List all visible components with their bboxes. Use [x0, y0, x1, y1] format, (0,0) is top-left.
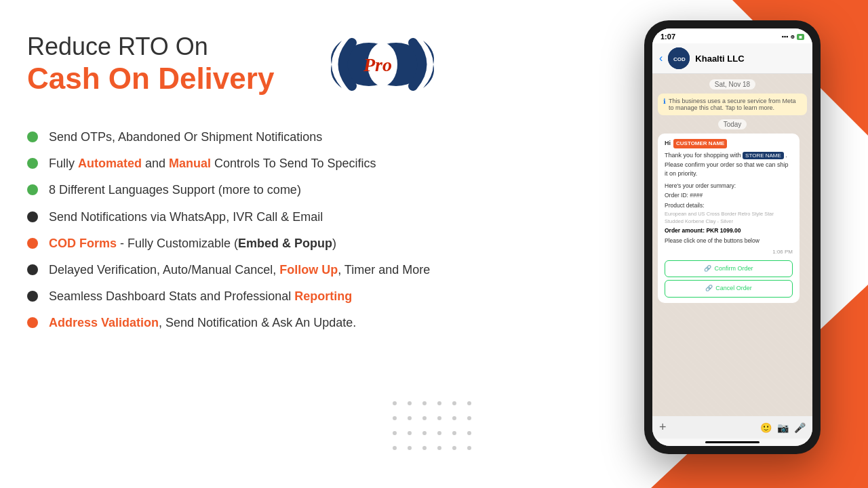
bullet-1 — [27, 131, 38, 142]
battery-icon: ■ — [797, 34, 804, 40]
svg-text:Pro: Pro — [363, 54, 392, 75]
feature-text-4: Send Notifications via WhatsApp, IVR Cal… — [49, 209, 323, 226]
feature-list: Send OTPs, Abandoned Or Shipment Notific… — [27, 129, 583, 332]
dot — [452, 431, 456, 435]
dot — [408, 446, 412, 450]
dot — [408, 401, 412, 405]
camera-icon[interactable]: 📷 — [777, 422, 789, 433]
link-icon-2: 🔗 — [705, 284, 713, 293]
bubble-header: Hi CUSTOMER NAME — [665, 139, 793, 148]
phone-frame: 1:07 ▪▪▪ ⌾ ■ ‹ COD — [644, 20, 821, 454]
chat-area: Sat, Nov 18 ℹ This business uses a secur… — [652, 74, 812, 416]
dot — [452, 446, 456, 450]
dot — [393, 431, 397, 435]
feature-text-7: Seamless Dashboard Stats and Professiona… — [49, 288, 352, 305]
meta-notice-text: This business uses a secure service from… — [669, 98, 802, 111]
plus-icon[interactable]: + — [659, 420, 667, 434]
feature-text-5: COD Forms - Fully Customizable (Embed & … — [49, 235, 336, 252]
dot — [393, 416, 397, 420]
order-details: Here's your order summary: Order ID: ###… — [665, 182, 793, 245]
feature-item-8: Address Validation, Send Notification & … — [27, 314, 583, 331]
action-buttons: 🔗 Confirm Order 🔗 Cancel Order — [665, 260, 793, 298]
contact-name: Khaalti LLC — [695, 54, 744, 64]
dot — [393, 446, 397, 450]
bullet-5 — [27, 238, 38, 249]
dot — [408, 431, 412, 435]
store-name-tag: STORE NAME — [743, 152, 784, 159]
whatsapp-bottom-bar: + 🙂 📷 🎤 — [652, 416, 812, 439]
cancel-order-button[interactable]: 🔗 Cancel Order — [665, 280, 793, 298]
bullet-3 — [27, 184, 38, 195]
order-amount: Order amount: PKR 1099.00 — [665, 226, 793, 235]
bubble-intro: Thank you for shopping with STORE NAME .… — [665, 151, 793, 179]
cash-on-delivery-text: Cash On Delivery — [27, 61, 274, 97]
dot — [452, 401, 456, 405]
dots-decoration — [393, 401, 475, 454]
bullet-8 — [27, 317, 38, 328]
dot — [422, 416, 427, 420]
phone-screen: 1:07 ▪▪▪ ⌾ ■ ‹ COD — [652, 28, 812, 446]
header-section: Reduce RTO On Cash On Delivery — [27, 27, 583, 102]
feature-item-1: Send OTPs, Abandoned Or Shipment Notific… — [27, 129, 583, 146]
cod-pro-logo: Pro — [315, 27, 450, 102]
whatsapp-header: ‹ COD Khaalti LLC — [652, 43, 812, 74]
status-bar: 1:07 ▪▪▪ ⌾ ■ — [652, 28, 812, 43]
dot — [467, 401, 471, 405]
bullet-2 — [27, 158, 38, 169]
feature-text-2: Fully Automated and Manual Controls To S… — [49, 155, 376, 172]
feature-item-5: COD Forms - Fully Customizable (Embed & … — [27, 235, 583, 252]
feature-item-3: 8 Different Languages Support (more to c… — [27, 182, 583, 199]
svg-text:COD: COD — [673, 56, 686, 62]
bullet-6 — [27, 264, 38, 275]
dot — [408, 416, 412, 420]
chat-bubble: Hi CUSTOMER NAME Thank you for shopping … — [658, 134, 800, 303]
feature-text-3: 8 Different Languages Support (more to c… — [49, 182, 301, 199]
dot — [422, 446, 427, 450]
feature-text-1: Send OTPs, Abandoned Or Shipment Notific… — [49, 129, 322, 146]
bottom-icons: 🙂 📷 🎤 — [760, 422, 806, 433]
customer-name-tag: CUSTOMER NAME — [673, 139, 727, 148]
info-icon: ℹ — [663, 98, 666, 105]
order-id: Order ID: #### — [665, 191, 793, 200]
bubble-time: 1:06 PM — [665, 248, 793, 256]
dot — [437, 446, 441, 450]
dot — [437, 416, 441, 420]
home-bar — [652, 439, 812, 446]
dot — [422, 431, 427, 435]
reduce-rto-text: Reduce RTO On — [27, 32, 274, 61]
dot — [437, 431, 441, 435]
confirm-order-button[interactable]: 🔗 Confirm Order — [665, 260, 793, 278]
emoji-icon[interactable]: 🙂 — [760, 422, 772, 433]
product-details: Product details: European and US Cross B… — [665, 201, 793, 225]
main-container: Reduce RTO On Cash On Delivery — [0, 0, 868, 488]
dot — [393, 401, 397, 405]
product-value: European and US Cross Border Retro Style… — [665, 210, 793, 226]
dot — [467, 431, 471, 435]
phone-container: 1:07 ▪▪▪ ⌾ ■ ‹ COD — [644, 20, 821, 454]
link-icon: 🔗 — [704, 264, 711, 274]
greeting-text: Hi — [665, 139, 671, 148]
dot — [467, 446, 471, 450]
avatar-logo: COD — [668, 47, 690, 69]
date-divider: Sat, Nov 18 — [709, 79, 755, 89]
feature-item-7: Seamless Dashboard Stats and Professiona… — [27, 288, 583, 305]
bullet-4 — [27, 211, 38, 222]
dot — [452, 416, 456, 420]
logo-svg: Pro — [315, 27, 450, 102]
dot — [437, 401, 441, 405]
order-summary-label: Here's your order summary: — [665, 182, 793, 190]
dot — [467, 416, 471, 420]
mic-icon[interactable]: 🎤 — [794, 422, 806, 433]
today-divider: Today — [718, 119, 747, 129]
back-arrow-icon[interactable]: ‹ — [659, 52, 663, 64]
dot — [422, 401, 427, 405]
title-block: Reduce RTO On Cash On Delivery — [27, 32, 274, 97]
wifi-icon: ⌾ — [791, 33, 794, 40]
feature-text-6: Delayed Verification, Auto/Manual Cancel… — [49, 262, 430, 279]
meta-security-notice: ℹ This business uses a secure service fr… — [658, 94, 807, 115]
status-icons: ▪▪▪ ⌾ ■ — [782, 33, 804, 40]
feature-item-4: Send Notifications via WhatsApp, IVR Cal… — [27, 209, 583, 226]
left-content: Reduce RTO On Cash On Delivery — [27, 27, 583, 332]
signal-icon: ▪▪▪ — [782, 33, 789, 40]
feature-text-8: Address Validation, Send Notification & … — [49, 314, 356, 331]
